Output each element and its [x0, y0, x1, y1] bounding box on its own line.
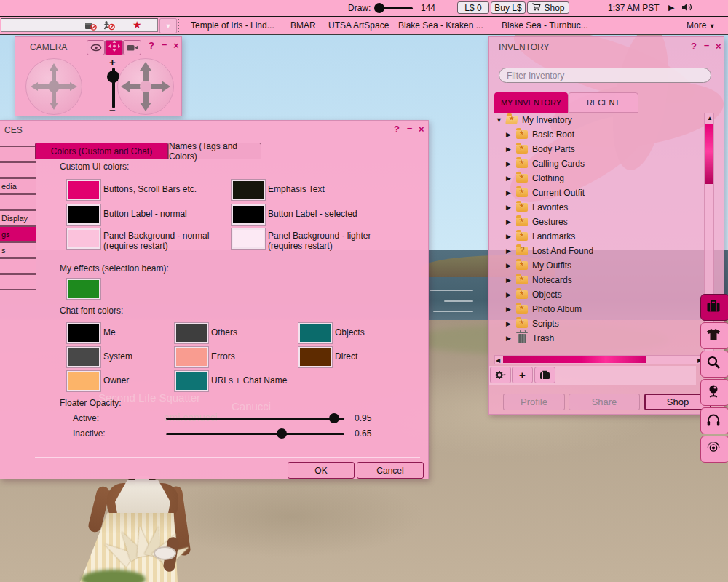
sidebar-item[interactable]: s	[0, 242, 36, 258]
chevron-right-icon[interactable]: ▶	[506, 189, 511, 196]
location-dropdown-button[interactable]: ▼	[159, 18, 177, 33]
tree-item-my-inventory[interactable]: ▼ My Inventory	[494, 113, 704, 127]
sidebar-item[interactable]	[0, 146, 36, 162]
chevron-right-icon[interactable]: ▶	[506, 175, 511, 182]
toolbar-world-map-button[interactable]	[700, 379, 728, 406]
color-swatch-label-selected[interactable]	[232, 204, 265, 225]
volume-icon[interactable]	[681, 2, 692, 15]
color-swatch-others[interactable]	[175, 323, 208, 343]
sidebar-item-media[interactable]: edia	[0, 178, 36, 194]
help-button[interactable]: ?	[691, 41, 697, 51]
color-swatch-emphasis[interactable]	[232, 180, 265, 200]
chevron-right-icon[interactable]: ▶	[506, 218, 511, 226]
favorite-star-icon[interactable]: ★	[132, 19, 142, 31]
camera-pan-joystick[interactable]	[117, 58, 174, 115]
chevron-right-icon[interactable]: ▶	[506, 146, 511, 153]
filter-inventory-input[interactable]: Filter Inventory	[499, 68, 711, 83]
favorite-location-tab[interactable]: Temple of Iris - Lind...	[191, 20, 274, 31]
balance-button[interactable]: L$ 0	[457, 1, 489, 14]
tab-colors[interactable]: Colors (Custom and Chat)	[35, 143, 168, 159]
favorite-location-tab[interactable]: Blake Sea - Kraken ...	[398, 20, 483, 31]
eye-view-button[interactable]	[87, 40, 105, 55]
chevron-right-icon[interactable]: ▶	[506, 306, 511, 313]
tree-item[interactable]: ▶ Objects	[494, 287, 704, 302]
color-swatch-objects[interactable]	[298, 323, 332, 343]
camera-orbit-joystick[interactable]	[25, 58, 82, 115]
chevron-right-icon[interactable]: ▶	[506, 204, 511, 211]
tree-item[interactable]: ▶ Basic Root	[494, 127, 704, 142]
color-swatch-system[interactable]	[67, 347, 100, 367]
cancel-button[interactable]: Cancel	[357, 462, 424, 479]
chevron-right-icon[interactable]: ▶	[506, 320, 511, 327]
tree-item[interactable]: ▶ Clothing	[494, 171, 704, 186]
tree-item[interactable]: ▶ Notecards	[494, 273, 704, 287]
favorite-location-tab[interactable]: Blake Sea - Turnbuc...	[502, 20, 588, 31]
orbit-controls-button[interactable]	[105, 40, 123, 55]
chevron-right-icon[interactable]: ▶	[506, 247, 511, 255]
sidebar-item[interactable]	[0, 274, 36, 290]
tree-item[interactable]: ▶ Body Parts	[494, 142, 704, 156]
inactive-opacity-knob[interactable]	[277, 428, 287, 439]
share-button[interactable]: Share	[569, 394, 640, 410]
minimize-button[interactable]: –	[407, 123, 412, 132]
toolbar-inventory-button[interactable]	[700, 294, 728, 321]
briefcase-button[interactable]	[534, 367, 555, 383]
buy-linden-button[interactable]: Buy L$	[491, 1, 526, 14]
color-swatch-panel-normal[interactable]	[67, 228, 100, 249]
toolbar-media-button[interactable]	[700, 436, 728, 463]
tree-item[interactable]: ▶ Favorites	[494, 200, 704, 215]
horizontal-scrollbar[interactable]: ◀ ▶	[494, 355, 704, 364]
favorite-location-tab[interactable]: BMAR	[290, 20, 316, 31]
tree-item[interactable]: ▶ Photo Album	[494, 302, 704, 316]
help-button[interactable]: ?	[394, 124, 400, 134]
sidebar-item[interactable]	[0, 194, 36, 210]
tree-item[interactable]: ▶ My Outfits	[494, 258, 704, 273]
profile-button[interactable]: Profile	[503, 394, 565, 410]
color-swatch-label-normal[interactable]	[67, 204, 100, 225]
chevron-down-icon[interactable]: ▼	[496, 116, 502, 124]
close-button[interactable]: ×	[419, 124, 424, 134]
tree-item[interactable]: ▶ Current Outfit	[494, 186, 704, 200]
camera-modes-button[interactable]	[123, 40, 141, 55]
chevron-right-icon[interactable]: ▶	[506, 291, 511, 298]
toolbar-search-button[interactable]	[700, 351, 728, 378]
zoom-out-label[interactable]: −	[109, 104, 116, 116]
toolbar-outfits-button[interactable]: <	[700, 322, 728, 349]
sidebar-item[interactable]	[0, 258, 36, 274]
color-swatch-errors[interactable]	[175, 347, 208, 367]
gear-menu-button[interactable]	[490, 367, 511, 383]
vertical-scrollbar-thumb[interactable]	[705, 124, 713, 184]
minimize-button[interactable]: –	[704, 40, 709, 49]
color-swatch-buttons[interactable]	[67, 180, 100, 200]
inactive-opacity-slider[interactable]	[166, 433, 344, 435]
add-item-button[interactable]: +	[512, 367, 533, 383]
close-button[interactable]: ×	[716, 41, 721, 51]
tree-item[interactable]: ▶ Calling Cards	[494, 156, 704, 171]
shop-button[interactable]: Shop	[527, 1, 569, 14]
tree-item[interactable]: ▶ Lost And Found	[494, 244, 704, 258]
active-opacity-slider[interactable]	[166, 418, 344, 420]
tree-item[interactable]: ▶ Landmarks	[494, 229, 704, 244]
toolbar-voice-button[interactable]	[700, 407, 728, 434]
chevron-right-icon[interactable]: ▶	[506, 160, 511, 167]
color-swatch-panel-lighter[interactable]	[232, 228, 265, 249]
favorite-location-tab[interactable]: UTSA ArtSpace	[328, 20, 389, 31]
scroll-up-icon[interactable]: ▲	[707, 115, 713, 121]
minimize-button[interactable]: –	[162, 39, 167, 49]
chevron-right-icon[interactable]: ▶	[506, 262, 511, 269]
color-swatch-beam[interactable]	[67, 279, 100, 299]
tab-recent[interactable]: RECENT	[568, 92, 638, 113]
color-swatch-direct[interactable]	[298, 347, 332, 367]
horizontal-scrollbar-thumb[interactable]	[503, 356, 646, 363]
more-locations-button[interactable]: More ▼	[687, 20, 716, 31]
chevron-right-icon[interactable]: ▶	[506, 335, 511, 342]
sidebar-item-display[interactable]: Display	[0, 210, 36, 226]
color-swatch-me[interactable]	[67, 323, 100, 343]
color-swatch-owner[interactable]	[67, 371, 100, 391]
sidebar-item[interactable]	[0, 162, 36, 178]
color-swatch-urls[interactable]	[175, 371, 208, 391]
tree-item[interactable]: ▶ Gestures	[494, 215, 704, 229]
tab-my-inventory[interactable]: MY INVENTORY	[494, 92, 568, 113]
tab-names[interactable]: Names (Tags and Colors)	[168, 143, 261, 159]
tree-item[interactable]: ▶ Scripts	[494, 316, 704, 331]
